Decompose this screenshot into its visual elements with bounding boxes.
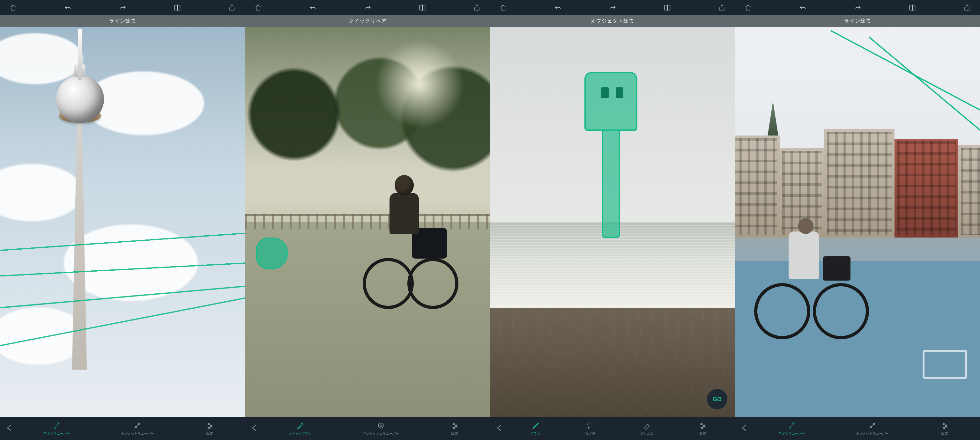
tool-label: ブラシ: [530, 431, 540, 436]
repair-mark[interactable]: [256, 238, 288, 269]
tool-segment-remover[interactable]: セグメントリムーバー: [856, 421, 889, 436]
compare-icon[interactable]: [663, 3, 671, 12]
tool-label: セグメントリムーバー: [856, 431, 889, 436]
go-button[interactable]: GO: [707, 389, 727, 410]
top-toolbar: [490, 0, 735, 15]
tool-line-remover[interactable]: ラインリムーバー: [43, 421, 70, 436]
tool-settings[interactable]: 設定: [205, 421, 215, 436]
photo-canvas[interactable]: [245, 27, 490, 417]
back-button[interactable]: [5, 424, 18, 433]
object-selection[interactable]: [601, 129, 620, 238]
tool-label: クイックブラシ: [288, 431, 311, 436]
home-icon[interactable]: [9, 3, 17, 12]
mode-label: クイックリペア: [245, 15, 490, 27]
photo-canvas[interactable]: GO: [490, 27, 735, 417]
tool-label: ブレミッシュリムーバー: [363, 431, 399, 436]
tool-settings[interactable]: 設定: [940, 421, 950, 436]
bike-lane-symbol: [923, 350, 967, 379]
undo-icon[interactable]: [799, 3, 807, 12]
settings-icon: [698, 421, 707, 430]
segment-remover-icon: [133, 421, 142, 430]
tool-label: セグメントリムーバー: [121, 431, 154, 436]
tool-label: 設定: [452, 431, 458, 436]
tool-brush[interactable]: ブラシ: [530, 421, 540, 436]
settings-icon: [940, 421, 950, 430]
home-icon[interactable]: [744, 3, 752, 12]
compare-icon[interactable]: [173, 3, 181, 12]
line-remover-icon: [788, 421, 796, 430]
compare-icon[interactable]: [418, 3, 426, 12]
share-icon[interactable]: [963, 3, 971, 12]
tool-label: 投げ縄: [585, 431, 595, 436]
panel-2: クイックリペア クイックブラシ: [245, 0, 490, 440]
back-button[interactable]: [250, 424, 263, 433]
redo-icon[interactable]: [853, 3, 862, 12]
lasso-icon: [586, 421, 595, 430]
tool-label: ラインリムーバー: [43, 431, 70, 436]
undo-icon[interactable]: [554, 3, 562, 12]
tool-label: 設定: [942, 431, 948, 436]
panel-1: ライン除去 ラインリムーバー: [0, 0, 245, 440]
back-button[interactable]: [495, 424, 508, 433]
mode-label: ライン除去: [735, 15, 980, 27]
brush-icon: [531, 421, 540, 430]
tool-label: ラインリムーバー: [778, 431, 805, 436]
tool-settings[interactable]: 設定: [450, 421, 460, 436]
quick-brush-icon: [295, 421, 304, 430]
undo-icon[interactable]: [64, 3, 72, 12]
home-icon[interactable]: [499, 3, 507, 12]
segment-remover-icon: [868, 421, 877, 430]
cyclist-photo-subject: [760, 218, 856, 339]
eraser-icon: [642, 421, 651, 430]
undo-icon[interactable]: [309, 3, 317, 12]
share-icon[interactable]: [473, 3, 481, 12]
tool-line-remover[interactable]: ラインリムーバー: [778, 421, 805, 436]
compare-icon[interactable]: [908, 3, 916, 12]
tool-lasso[interactable]: 投げ縄: [585, 421, 595, 436]
tool-eraser[interactable]: 消しゴム: [640, 421, 653, 436]
bottom-toolbar: クイックブラシ ブレミッシュリムーバー 設定: [245, 417, 490, 440]
panel-4: ライン除去: [735, 0, 980, 440]
share-icon[interactable]: [718, 3, 726, 12]
tool-label: 設定: [700, 431, 706, 436]
tool-quick-brush[interactable]: クイックブラシ: [288, 421, 311, 436]
tool-settings[interactable]: 設定: [698, 421, 707, 436]
mode-label: オブジェクト除去: [490, 15, 735, 27]
panel-3: オブジェクト除去 GO ブラシ 投げ縄: [490, 0, 735, 440]
tool-segment-remover[interactable]: セグメントリムーバー: [121, 421, 154, 436]
settings-icon: [450, 421, 460, 430]
settings-icon: [205, 421, 215, 430]
line-remover-icon: [52, 421, 61, 430]
home-icon[interactable]: [254, 3, 262, 12]
bottom-toolbar: ラインリムーバー セグメントリムーバー 設定: [735, 417, 980, 440]
back-button[interactable]: [740, 424, 753, 433]
mode-label: ライン除去: [0, 15, 245, 27]
cyclist-photo-subject: [372, 175, 436, 309]
tool-label: 消しゴム: [640, 431, 653, 436]
tool-blemish-remover[interactable]: ブレミッシュリムーバー: [363, 421, 399, 436]
top-toolbar: [735, 0, 980, 15]
share-icon[interactable]: [228, 3, 236, 12]
photo-canvas[interactable]: [0, 27, 245, 417]
redo-icon[interactable]: [118, 3, 127, 12]
bottom-toolbar: ブラシ 投げ縄 消しゴム 設定: [490, 417, 735, 440]
top-toolbar: [0, 0, 245, 15]
top-toolbar: [245, 0, 490, 15]
blemish-remover-icon: [376, 421, 385, 430]
object-selection[interactable]: [584, 72, 637, 131]
photo-canvas[interactable]: [735, 27, 980, 417]
redo-icon[interactable]: [608, 3, 617, 12]
redo-icon[interactable]: [363, 3, 372, 12]
tool-label: 設定: [207, 431, 213, 436]
selection-detail: [601, 87, 624, 98]
bottom-toolbar: ラインリムーバー セグメントリムーバー 設定: [0, 417, 245, 440]
